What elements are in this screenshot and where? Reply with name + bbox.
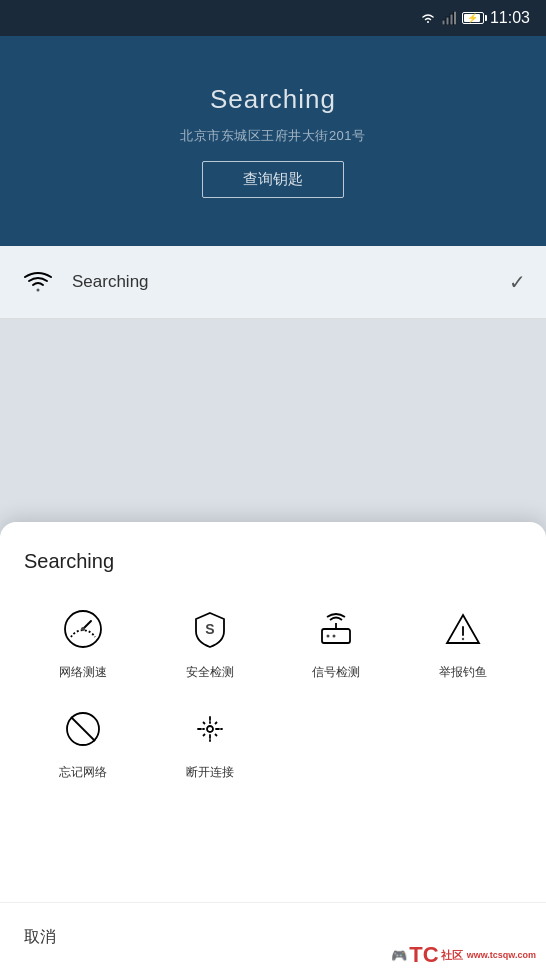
router-icon [308,601,364,657]
speed-test-label: 网络测速 [59,665,107,681]
svg-point-9 [327,635,330,638]
wifi-icon [20,264,56,300]
cancel-area[interactable]: 取消 🎮 TC 社区 www.tcsqw.com [0,902,546,972]
watermark: 🎮 TC 社区 www.tcsqw.com [391,942,536,968]
warning-icon [435,601,491,657]
network-section: Searching ✓ [0,246,546,536]
wifi-status-icon [420,12,436,24]
top-subtitle: 北京市东城区王府井大街201号 [180,127,365,145]
top-section: Searching 北京市东城区王府井大街201号 查询钥匙 [0,36,546,246]
network-row[interactable]: Searching ✓ [0,246,546,319]
network-name: Searching [72,272,493,292]
svg-rect-3 [454,11,456,25]
svg-point-6 [81,627,85,631]
bottom-sheet: Searching 网络测速 S 安全检测 [0,522,546,972]
signal-icon [442,11,456,25]
block-icon [55,701,111,757]
svg-point-16 [207,726,213,732]
svg-rect-2 [450,14,453,25]
top-title: Searching [210,84,336,115]
forget-network-label: 忘记网络 [59,765,107,781]
action-forget-network[interactable]: 忘记网络 [24,701,143,781]
query-button[interactable]: 查询钥匙 [202,161,344,198]
signal-check-label: 信号检测 [312,665,360,681]
sheet-title: Searching [24,550,522,573]
status-time: 11:03 [490,9,530,27]
report-phishing-label: 举报钓鱼 [439,665,487,681]
cancel-text[interactable]: 取消 [24,927,56,948]
action-grid-row1: 网络测速 S 安全检测 [24,601,522,681]
svg-point-10 [333,635,336,638]
action-speed-test[interactable]: 网络测速 [24,601,143,681]
status-icons: ⚡ 11:03 [420,9,530,27]
cancel-left: 取消 🎮 TC 社区 www.tcsqw.com [24,927,56,948]
status-bar: ⚡ 11:03 [0,0,546,36]
svg-point-13 [462,638,464,640]
disconnect-label: 断开连接 [186,765,234,781]
shield-s-icon: S [182,601,238,657]
svg-line-15 [71,717,95,741]
speedometer-icon [55,601,111,657]
svg-rect-0 [442,20,445,25]
svg-point-4 [37,289,40,292]
action-report-phishing[interactable]: 举报钓鱼 [404,601,523,681]
action-security-check[interactable]: S 安全检测 [151,601,270,681]
battery-icon: ⚡ [462,12,484,24]
svg-rect-8 [322,629,350,643]
disconnect-icon [182,701,238,757]
action-signal-check[interactable]: 信号检测 [277,601,396,681]
action-disconnect[interactable]: 断开连接 [151,701,270,781]
check-icon: ✓ [509,270,526,294]
svg-text:S: S [205,621,214,637]
security-check-label: 安全检测 [186,665,234,681]
svg-rect-1 [446,17,449,25]
action-grid-row2: 忘记网络 断开连接 [24,701,522,781]
